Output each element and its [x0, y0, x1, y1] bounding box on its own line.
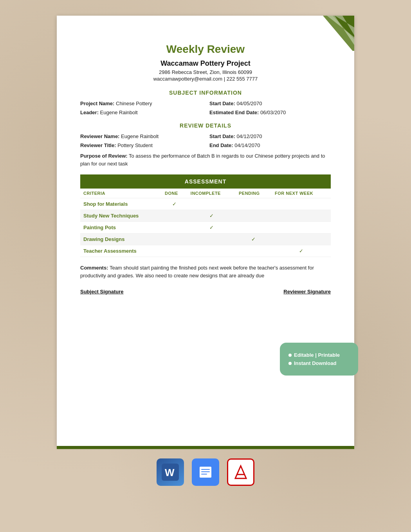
reviewer-name-item: Reviewer Name: Eugene Rainbolt: [80, 133, 202, 139]
word-icon[interactable]: W: [157, 458, 184, 486]
review-start-date-label: Start Date:: [209, 133, 235, 139]
review-start-date-value: 04/12/2070: [236, 133, 262, 139]
reviewer-name-value: Eugene Rainbolt: [121, 133, 159, 139]
col-pending: PENDING: [236, 189, 272, 198]
for_next_week-cell: [272, 234, 331, 245]
done-cell: [162, 210, 187, 222]
assessment-header: ASSESSMENT: [80, 174, 331, 189]
table-row: Shop for Materials✓: [80, 198, 331, 210]
for_next_week-cell: [272, 222, 331, 234]
done-cell: ✓: [162, 198, 187, 210]
project-name-value: Chinese Pottery: [116, 101, 152, 106]
comments-label: Comments:: [80, 265, 108, 271]
end-date-item: End Date: 04/14/2070: [209, 142, 331, 148]
subject-signature-label: Subject Signature: [80, 289, 124, 295]
estimated-end-date-value: 06/03/2070: [260, 110, 286, 115]
criteria-cell: Painting Pots: [80, 222, 162, 234]
for_next_week-cell: ✓: [272, 245, 331, 257]
comments-value: Team should start painting the finished …: [80, 265, 314, 279]
company-name: Waccamaw Pottery Project: [80, 59, 331, 68]
reviewer-title-label: Reviewer Title:: [80, 142, 116, 148]
end-date-value: 04/14/2070: [234, 142, 260, 148]
start-date-label: Start Date:: [209, 101, 235, 106]
docs-svg: [198, 464, 213, 481]
svg-rect-8: [201, 469, 210, 470]
tooltip-text-1: Editable | Printable: [294, 352, 340, 358]
for_next_week-cell: [272, 210, 331, 222]
svg-rect-9: [201, 471, 210, 472]
start-date-value: 04/05/2070: [236, 101, 262, 106]
tooltip-item-2: Instant Download: [288, 360, 350, 366]
svg-rect-10: [201, 474, 207, 474]
tooltip-dot-1: [288, 354, 292, 357]
signature-row: Subject Signature Reviewer Signature: [80, 289, 331, 295]
leader-label: Leader:: [80, 110, 99, 115]
col-incomplete: INCOMPLETE: [187, 189, 236, 198]
pending-cell: [236, 198, 272, 210]
for_next_week-cell: [272, 198, 331, 210]
done-cell: [162, 234, 187, 245]
review-details-header: REVIEW DETAILS: [80, 122, 331, 129]
review-details-grid: Reviewer Name: Eugene Rainbolt Start Dat…: [80, 133, 331, 148]
criteria-cell: Study New Techniques: [80, 210, 162, 222]
table-row: Teacher Assessments✓: [80, 245, 331, 257]
pending-cell: [236, 245, 272, 257]
incomplete-cell: ✓: [187, 222, 236, 234]
corner-decoration: [307, 16, 354, 51]
subject-info-grid: Project Name: Chinese Pottery Start Date…: [80, 101, 331, 115]
start-date-item: Start Date: 04/05/2070: [209, 101, 331, 106]
reviewer-title-value: Pottery Student: [117, 142, 153, 148]
svg-text:W: W: [165, 467, 175, 478]
word-svg: W: [162, 464, 179, 481]
done-cell: [162, 245, 187, 257]
pending-cell: [236, 210, 272, 222]
subject-info-header: SUBJECT INFORMATION: [80, 90, 331, 96]
reviewer-title-item: Reviewer Title: Pottery Student: [80, 142, 202, 148]
bottom-bar: [57, 446, 354, 449]
table-row: Painting Pots✓: [80, 222, 331, 234]
col-for-next-week: FOR NEXT WEEK: [272, 189, 331, 198]
comments-text: Comments: Team should start painting the…: [80, 264, 331, 279]
assessment-table: ASSESSMENT CRITERIA DONE INCOMPLETE PEND…: [80, 174, 331, 257]
company-address: 2986 Rebecca Street, Zion, Illinois 6009…: [80, 69, 331, 75]
incomplete-cell: [187, 234, 236, 245]
purpose-text: Purpose of Review: To assess the perform…: [80, 152, 331, 167]
leader-item: Leader: Eugene Rainbolt: [80, 110, 202, 115]
docs-icon[interactable]: [192, 458, 219, 486]
document: Weekly Review Waccamaw Pottery Project 2…: [57, 16, 354, 446]
incomplete-cell: [187, 198, 236, 210]
project-name-item: Project Name: Chinese Pottery: [80, 101, 202, 106]
incomplete-cell: [187, 245, 236, 257]
leader-value: Eugene Rainbolt: [100, 110, 138, 115]
pending-cell: ✓: [236, 234, 272, 245]
purpose-label: Purpose of Review:: [80, 153, 128, 159]
tooltip-bubble: Editable | Printable Instant Download: [280, 343, 358, 376]
acrobat-svg: [232, 464, 249, 481]
table-row: Study New Techniques✓: [80, 210, 331, 222]
incomplete-cell: ✓: [187, 210, 236, 222]
criteria-cell: Teacher Assessments: [80, 245, 162, 257]
estimated-end-date-label: Estimated End Date:: [209, 110, 259, 115]
tooltip-text-2: Instant Download: [294, 360, 336, 366]
project-name-label: Project Name:: [80, 101, 114, 106]
company-contact: waccamawpottery@email.com | 222 555 7777: [80, 76, 331, 82]
reviewer-signature-label: Reviewer Signature: [283, 289, 331, 295]
criteria-cell: Drawing Designs: [80, 234, 162, 245]
acrobat-icon[interactable]: [227, 458, 254, 486]
reviewer-name-label: Reviewer Name:: [80, 133, 119, 139]
criteria-cell: Shop for Materials: [80, 198, 162, 210]
review-start-date-item: Start Date: 04/12/2070: [209, 133, 331, 139]
tooltip-dot-2: [288, 362, 292, 365]
document-title: Weekly Review: [80, 43, 331, 56]
pending-cell: [236, 222, 272, 234]
col-criteria: CRITERIA: [80, 189, 162, 198]
end-date-label: End Date:: [209, 142, 233, 148]
col-done: DONE: [162, 189, 187, 198]
app-icons: W: [57, 458, 354, 486]
estimated-end-date-item: Estimated End Date: 06/03/2070: [209, 110, 331, 115]
done-cell: [162, 222, 187, 234]
tooltip-item-1: Editable | Printable: [288, 352, 350, 358]
table-row: Drawing Designs✓: [80, 234, 331, 245]
